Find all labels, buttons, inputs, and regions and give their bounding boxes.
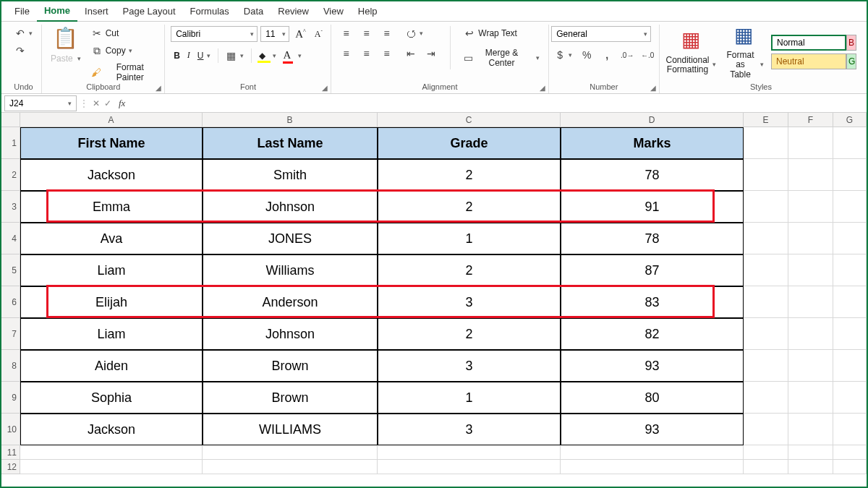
cell-F10[interactable] [788, 414, 833, 445]
cell-A12[interactable] [20, 460, 203, 474]
name-box[interactable]: J24▾ [4, 95, 77, 111]
conditional-formatting-button[interactable]: Conditional Formatting ▾ [663, 54, 718, 76]
cell-D1[interactable]: Marks [561, 127, 744, 159]
cell-E7[interactable] [744, 318, 788, 350]
cell-D4[interactable]: 78 [561, 223, 744, 254]
cell-G3[interactable] [833, 191, 867, 223]
decrease-font-button[interactable]: Aˇ [312, 26, 326, 42]
cell-F7[interactable] [788, 318, 833, 350]
cell-A7[interactable]: Liam [20, 318, 203, 350]
style-good[interactable]: G [846, 53, 856, 69]
cell-C7[interactable]: 2 [378, 318, 561, 350]
cell-F3[interactable] [788, 191, 833, 223]
cell-A4[interactable]: Ava [20, 223, 203, 254]
cell-A5[interactable]: Liam [20, 254, 203, 286]
cell-A11[interactable] [20, 445, 203, 460]
paste-button[interactable]: Paste▾ [48, 52, 84, 65]
increase-indent-button[interactable]: ⇥ [422, 46, 440, 61]
cancel-formula-icon[interactable]: ✕ [93, 98, 100, 108]
cell-A9[interactable]: Sophia [20, 382, 203, 414]
cell-C8[interactable]: 3 [378, 350, 561, 382]
cell-C5[interactable]: 2 [378, 254, 561, 286]
tab-formulas[interactable]: Formulas [183, 1, 237, 21]
enter-formula-icon[interactable]: ✓ [104, 98, 111, 108]
cell-C6[interactable]: 3 [378, 286, 561, 318]
cell-G11[interactable] [833, 445, 867, 460]
comma-button[interactable]: , [598, 48, 616, 62]
formula-input[interactable] [129, 95, 867, 111]
cell-B12[interactable] [203, 460, 378, 474]
cell-A6[interactable]: Elijah [20, 286, 203, 318]
align-middle-button[interactable]: ≡ [357, 26, 375, 40]
copy-button[interactable]: ⧉Copy▾ [88, 43, 159, 58]
cell-B7[interactable]: Johnson [203, 318, 378, 350]
cell-G12[interactable] [833, 460, 867, 474]
accounting-button[interactable]: $▾ [551, 48, 575, 62]
cell-G8[interactable] [833, 350, 867, 382]
column-header-E[interactable]: E [744, 113, 788, 127]
cell-D8[interactable]: 93 [561, 350, 744, 382]
cell-A2[interactable]: Jackson [20, 159, 203, 191]
row-header-4[interactable]: 4 [1, 223, 20, 254]
row-header-11[interactable]: 11 [1, 445, 20, 460]
row-header-3[interactable]: 3 [1, 191, 20, 223]
cell-G4[interactable] [833, 223, 867, 254]
cell-G9[interactable] [833, 382, 867, 414]
column-header-D[interactable]: D [561, 113, 744, 127]
paste-icon[interactable]: 📋 [54, 26, 77, 49]
tab-insert[interactable]: Insert [77, 1, 116, 21]
cell-E3[interactable] [744, 191, 788, 223]
cut-button[interactable]: ✂Cut [88, 26, 159, 40]
borders-button[interactable]: ▦▾ [223, 48, 247, 63]
column-header-F[interactable]: F [788, 113, 833, 127]
style-neutral[interactable]: Neutral [771, 53, 846, 69]
cell-B11[interactable] [203, 445, 378, 460]
row-header-12[interactable]: 12 [1, 460, 20, 474]
cell-F5[interactable] [788, 254, 833, 286]
merge-center-button[interactable]: ▭Merge & Center▾ [461, 46, 542, 69]
cell-E2[interactable] [744, 159, 788, 191]
cell-C11[interactable] [378, 445, 561, 460]
cell-D2[interactable]: 78 [561, 159, 744, 191]
style-bad[interactable]: B [846, 35, 856, 51]
cell-D7[interactable]: 82 [561, 318, 744, 350]
cell-C9[interactable]: 1 [378, 382, 561, 414]
number-format-combo[interactable]: General▾ [551, 26, 651, 42]
row-header-10[interactable]: 10 [1, 414, 20, 445]
row-header-2[interactable]: 2 [1, 159, 20, 191]
undo-button[interactable]: ↶▾ [12, 26, 35, 40]
redo-button[interactable]: ↷ [12, 43, 35, 58]
cell-F9[interactable] [788, 382, 833, 414]
cell-C12[interactable] [378, 460, 561, 474]
cell-F2[interactable] [788, 159, 833, 191]
cell-B6[interactable]: Anderson [203, 286, 378, 318]
cell-A10[interactable]: Jackson [20, 414, 203, 445]
conditional-formatting-icon[interactable]: ▦ [679, 28, 702, 51]
format-as-table-button[interactable]: Format as Table ▾ [720, 49, 767, 81]
row-header-8[interactable]: 8 [1, 350, 20, 382]
cell-F11[interactable] [788, 445, 833, 460]
cell-B3[interactable]: Johnson [203, 191, 378, 223]
cell-C3[interactable]: 2 [378, 191, 561, 223]
cell-B10[interactable]: WILLIAMS [203, 414, 378, 445]
font-name-combo[interactable]: Calibri▾ [171, 26, 258, 42]
cell-D11[interactable] [561, 445, 744, 460]
cell-F6[interactable] [788, 286, 833, 318]
cell-E11[interactable] [744, 445, 788, 460]
font-size-combo[interactable]: 11▾ [260, 26, 289, 42]
cell-C10[interactable]: 3 [378, 414, 561, 445]
bold-button[interactable]: B [171, 49, 183, 62]
cell-E5[interactable] [744, 254, 788, 286]
column-header-G[interactable]: G [833, 113, 867, 127]
cell-E6[interactable] [744, 286, 788, 318]
cell-D3[interactable]: 91 [561, 191, 744, 223]
orientation-button[interactable]: ⭯▾ [402, 26, 426, 40]
cell-G2[interactable] [833, 159, 867, 191]
cell-E1[interactable] [744, 127, 788, 159]
tab-page-layout[interactable]: Page Layout [116, 1, 183, 21]
cell-E8[interactable] [744, 350, 788, 382]
cell-E9[interactable] [744, 382, 788, 414]
cell-D5[interactable]: 87 [561, 254, 744, 286]
increase-decimal-button[interactable]: .0→ [618, 48, 636, 62]
spreadsheet[interactable]: ABCDEFG1First NameLast NameGradeMarks2Ja… [1, 113, 867, 474]
